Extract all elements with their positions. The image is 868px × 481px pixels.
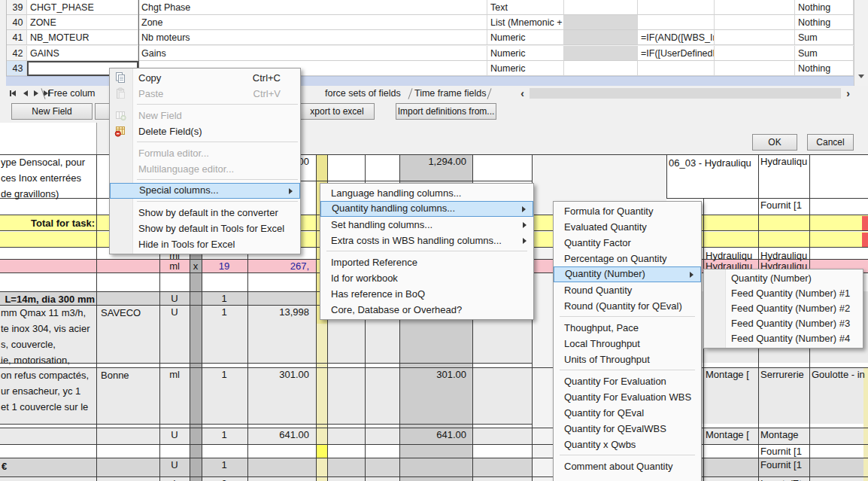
vertical-scrollbar[interactable] (854, 0, 868, 86)
menu-item-imported-reference[interactable]: Imported Reference (320, 254, 533, 270)
menu-item-has-reference-in-boq[interactable]: Has reference in BoQ (320, 286, 533, 302)
menu-separator (110, 102, 300, 108)
field-cell-formula[interactable] (638, 15, 715, 30)
field-cell-type[interactable]: Numeric (487, 46, 564, 61)
menu-item-feed-quantity-number-2[interactable]: Feed Quantity (Number) #2 (704, 301, 863, 316)
field-cell-agg[interactable]: Nothing (795, 15, 854, 30)
tab-time-frame-fields[interactable]: Time frame fields (414, 88, 486, 99)
menu-item-id-for-workbook[interactable]: Id for workbook (320, 270, 533, 286)
sheet-cell-category: Fournit [1 (760, 199, 807, 212)
menu-item-quantity-for-evaluation-wbs[interactable]: Quantity For Evaluation WBS (554, 389, 701, 405)
field-cell-caption[interactable]: Gains (138, 46, 487, 61)
menu-item-formula-for-quantity[interactable]: Formula for Quantity (554, 203, 701, 219)
menu-item-copy[interactable]: CopyCtrl+C (110, 70, 300, 86)
scroll-down-icon[interactable] (858, 75, 864, 78)
menu-shortcut: Ctrl+C (253, 70, 281, 86)
field-cell-type[interactable]: List (Mnemonic + (487, 15, 564, 30)
tab-scroll-right-button[interactable]: › (842, 87, 854, 100)
menu-item-quantity-handling-columns[interactable]: Quantity handling columns... (320, 201, 533, 217)
field-cell-num[interactable]: 43 (6, 61, 27, 76)
tab-scrollbar-track[interactable] (530, 88, 841, 99)
field-cell-type[interactable]: Text (487, 0, 564, 15)
field-cell-num[interactable]: 40 (6, 15, 27, 30)
field-cell-caption[interactable]: Nb moteurs (138, 30, 487, 45)
menu-item-quantity-factor[interactable]: Quantity Factor (554, 235, 701, 251)
field-cell-c7[interactable] (715, 61, 795, 76)
menu-item-hide-in-tools-for-excel[interactable]: Hide in Tools for Excel (110, 236, 300, 252)
menu-item-core-database-or-overhead[interactable]: Core, Database or Overhead? (320, 302, 533, 318)
field-cell-formula[interactable]: =IF(AND([WBS_Int (638, 30, 715, 45)
tab-free-columns[interactable]: Free colum (48, 88, 96, 99)
nav-previous-button[interactable] (20, 88, 31, 99)
field-cell-name[interactable]: CHGT_PHASE (27, 0, 138, 15)
menu-item-quantity-number[interactable]: Quantity (Number) (704, 271, 863, 286)
field-cell-agg[interactable]: Nothing (795, 0, 854, 15)
field-cell-c5[interactable] (564, 0, 638, 15)
field-cell-formula[interactable]: =IF([UserDefinedF (638, 46, 715, 61)
field-cell-name[interactable]: ZONE (27, 15, 138, 30)
edge-mark (862, 216, 868, 230)
ok-button[interactable]: OK (752, 134, 797, 151)
field-cell-c7[interactable] (715, 0, 795, 15)
partially-hidden-button[interactable] (95, 103, 111, 120)
field-cell-agg[interactable]: Sum (795, 46, 854, 61)
menu-item-show-by-default-in-tools-for-excel[interactable]: Show by default in Tools for Excel (110, 221, 300, 236)
field-cell-c5[interactable] (564, 46, 638, 61)
export-to-excel-button[interactable]: xport to excel (299, 103, 375, 120)
menu-item-extra-costs-in-wbs-handling-columns[interactable]: Extra costs in WBS handling columns... (320, 233, 533, 248)
field-cell-c5[interactable] (564, 61, 638, 76)
menu-separator (320, 248, 533, 254)
nav-first-button[interactable] (8, 88, 18, 99)
tab-force-sets-of-fields[interactable]: force sets of fields (325, 88, 401, 99)
menu-item-percentage-on-quantity[interactable]: Percentage on Quantity (554, 251, 701, 266)
yellow-column (316, 444, 327, 458)
menu-item-feed-quantity-number-4[interactable]: Feed Quantity (Number) #4 (704, 331, 863, 346)
menu-item-quantity-for-qeval[interactable]: Quantity for QEval (554, 405, 701, 421)
menu-item-label: Has reference in BoQ (331, 288, 425, 300)
field-cell-caption[interactable]: Chgt Phase (138, 0, 487, 15)
menu-item-round-quantity[interactable]: Round Quantity (554, 282, 701, 298)
field-cell-caption[interactable]: Zone (138, 15, 487, 30)
menu-item-label: Quantity for QEvalWBS (564, 423, 666, 434)
tab-scroll-left-button[interactable]: ‹ (517, 87, 528, 100)
field-cell-num[interactable]: 42 (6, 46, 27, 61)
menu-item-quantity-for-evaluation[interactable]: Quantity For Evaluation (554, 373, 701, 389)
menu-item-comment-about-quantity[interactable]: Comment about Quantity (554, 458, 701, 474)
field-cell-formula[interactable] (638, 61, 715, 76)
cancel-button[interactable]: Cancel (807, 134, 854, 151)
field-cell-type[interactable]: Numeric (487, 61, 564, 76)
new-field-button[interactable]: New Field (11, 103, 93, 120)
menu-item-special-columns[interactable]: Special columns... (110, 183, 300, 199)
field-cell-c7[interactable] (715, 46, 795, 61)
field-cell-type[interactable]: Numeric (487, 30, 564, 45)
field-cell-agg[interactable]: Sum (795, 30, 854, 45)
menu-item-language-handling-columns[interactable]: Language handling columns... (320, 185, 533, 201)
field-cell-c5[interactable] (564, 15, 638, 30)
field-cell-name[interactable]: GAINS (27, 46, 138, 61)
menu-separator (110, 177, 300, 183)
import-definitions-button[interactable]: Import definitions from... (396, 103, 496, 120)
field-cell-agg[interactable]: Nothing (795, 61, 854, 76)
field-cell-c7[interactable] (715, 30, 795, 45)
field-cell-formula[interactable] (638, 0, 715, 15)
field-cell-c5[interactable] (564, 30, 638, 45)
menu-item-units-of-throughput[interactable]: Units of Throughput (554, 352, 701, 367)
field-cell-num[interactable]: 39 (6, 0, 27, 15)
menu-item-round-quantity-for-qeval[interactable]: Round (Quantity for QEval) (554, 298, 701, 314)
menu-item-feed-quantity-number-3[interactable]: Feed Quantity (Number) #3 (704, 316, 863, 331)
menu-item-local-throughput[interactable]: Local Throughput (554, 336, 701, 352)
sheet-cell-desc: on refus compactés, (1, 370, 96, 382)
menu-item-delete-field-s[interactable]: Delete Field(s) (110, 123, 300, 139)
menu-item-feed-quantity-number-1[interactable]: Feed Quantity (Number) #1 (704, 286, 863, 301)
field-cell-num[interactable]: 41 (6, 30, 27, 45)
menu-item-quantity-x-qwbs[interactable]: Quantity x Qwbs (554, 437, 701, 452)
field-cell-name[interactable]: NB_MOTEUR (27, 30, 138, 45)
nav-next-button[interactable] (31, 88, 41, 99)
menu-item-quantity-number[interactable]: Quantity (Number) (554, 266, 701, 282)
field-cell-c7[interactable] (715, 15, 795, 30)
menu-item-evaluated-quantity[interactable]: Evaluated Quantity (554, 219, 701, 235)
menu-item-set-handling-columns[interactable]: Set handling columns... (320, 217, 533, 233)
menu-item-show-by-default-in-the-converter[interactable]: Show by default in the converter (110, 205, 300, 221)
menu-item-quantity-for-qevalwbs[interactable]: Quantity for QEvalWBS (554, 421, 701, 437)
menu-item-thoughput-pace[interactable]: Thoughput, Pace (554, 320, 701, 336)
